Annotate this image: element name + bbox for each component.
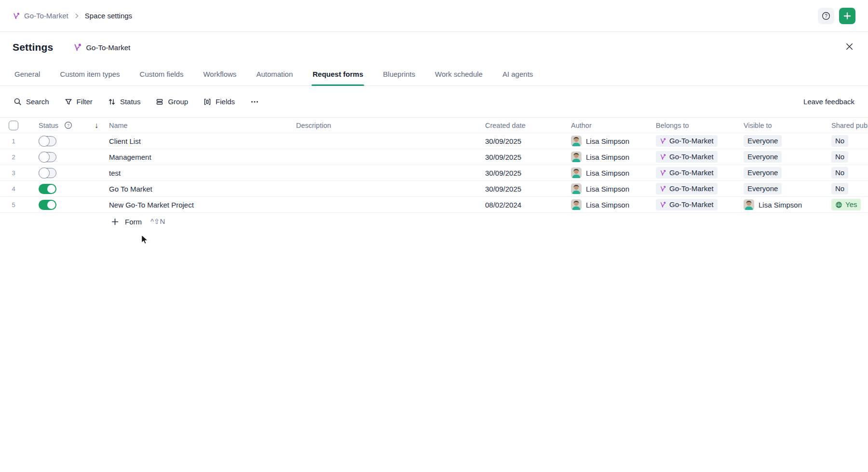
table-row[interactable]: 4 Go To Market 30/09/2025 Lisa Simpson G…: [0, 181, 868, 197]
space-chip[interactable]: Go-To-Market: [73, 43, 130, 52]
group-button[interactable]: Group: [156, 97, 188, 106]
author-name: Lisa Simpson: [586, 137, 629, 145]
status-toggle[interactable]: [39, 136, 56, 146]
search-label: Search: [26, 97, 49, 106]
table-row[interactable]: 1 Client List 30/09/2025 Lisa Simpson Go…: [0, 133, 868, 149]
select-all-checkbox[interactable]: [9, 121, 18, 130]
fields-button[interactable]: Fields: [203, 97, 235, 106]
question-circle-icon[interactable]: ?: [64, 121, 72, 129]
created-date: 08/02/2024: [485, 201, 571, 209]
more-options-button[interactable]: [250, 98, 259, 106]
row-number: 4: [0, 185, 27, 193]
status-toggle[interactable]: [39, 152, 56, 162]
settings-tabs: General Custom item types Custom fields …: [0, 63, 868, 86]
form-name[interactable]: Client List: [109, 137, 296, 145]
author-name: Lisa Simpson: [586, 153, 629, 161]
visible-to-pill: Everyone: [744, 183, 782, 194]
shared-pill: No: [831, 151, 848, 163]
tab-workflows[interactable]: Workflows: [203, 63, 236, 85]
column-header-author[interactable]: Author: [571, 122, 656, 129]
search-button[interactable]: Search: [14, 97, 49, 106]
form-name[interactable]: test: [109, 169, 296, 177]
belongs-to-cell: Go-To-Market: [656, 135, 744, 147]
form-name[interactable]: Management: [109, 153, 296, 161]
status-toggle[interactable]: [39, 168, 56, 178]
space-icon: [660, 201, 666, 208]
tab-custom-fields[interactable]: Custom fields: [140, 63, 184, 85]
keyboard-shortcut: ^⇧N: [150, 217, 165, 226]
sort-descending-icon[interactable]: ↓: [95, 121, 98, 130]
plus-icon: [111, 218, 119, 226]
close-button[interactable]: [844, 42, 854, 52]
visible-to-pill: Everyone: [744, 135, 782, 147]
author-cell: Lisa Simpson: [571, 167, 656, 178]
column-header-name[interactable]: Name: [109, 122, 296, 129]
author-name: Lisa Simpson: [586, 169, 629, 177]
ellipsis-icon: [250, 98, 259, 106]
tab-request-forms[interactable]: Request forms: [312, 63, 363, 85]
breadcrumb-space-link[interactable]: Go-To-Market: [13, 12, 68, 20]
add-form-button[interactable]: Form: [111, 218, 142, 226]
row-number: 3: [0, 169, 27, 177]
filter-button[interactable]: Filter: [65, 97, 93, 106]
sort-status-button[interactable]: Status: [108, 97, 141, 106]
column-header-description[interactable]: Description: [296, 122, 485, 129]
table-header-row: Status ? ↓ Name Description Created date…: [0, 118, 868, 133]
page-title: Settings: [13, 42, 53, 53]
tab-automation[interactable]: Automation: [256, 63, 293, 85]
space-pill: Go-To-Market: [656, 151, 718, 163]
tab-blueprints[interactable]: Blueprints: [383, 63, 415, 85]
shared-publicly-cell: Yes: [831, 199, 868, 210]
author-name: Lisa Simpson: [586, 185, 629, 193]
table-row[interactable]: 5 New Go-To Market Project 08/02/2024 Li…: [0, 197, 868, 213]
belongs-to-label: Go-To-Market: [669, 200, 714, 209]
shared-publicly-cell: No: [831, 167, 868, 179]
svg-text:?: ?: [825, 13, 827, 18]
status-cell: [27, 184, 95, 194]
column-header-shared-publicly[interactable]: Shared publicly: [831, 122, 868, 129]
visible-to-cell: Everyone: [744, 151, 831, 163]
close-icon: [844, 42, 854, 52]
status-cell: [27, 152, 95, 162]
visible-to-pill: Everyone: [744, 167, 782, 179]
tab-ai-agents[interactable]: AI agents: [502, 63, 533, 85]
fields-label: Fields: [216, 97, 235, 106]
form-name[interactable]: New Go-To Market Project: [109, 201, 296, 209]
tab-general[interactable]: General: [14, 63, 40, 85]
column-header-belongs-to[interactable]: Belongs to: [656, 122, 744, 129]
table-row[interactable]: 2 Management 30/09/2025 Lisa Simpson Go-…: [0, 149, 868, 165]
status-column-label: Status: [39, 122, 58, 129]
status-toggle[interactable]: [39, 184, 56, 194]
column-header-visible-to[interactable]: Visible to: [744, 122, 831, 129]
status-cell: [27, 200, 95, 210]
form-name[interactable]: Go To Market: [109, 185, 296, 193]
space-icon: [660, 185, 666, 192]
leave-feedback-link[interactable]: Leave feedback: [803, 97, 854, 106]
space-pill: Go-To-Market: [656, 167, 718, 179]
grid-toolbar: Search Filter Status Group Fields Leave …: [0, 86, 868, 118]
belongs-to-cell: Go-To-Market: [656, 183, 744, 194]
belongs-to-label: Go-To-Market: [669, 153, 714, 161]
table-row[interactable]: 3 test 30/09/2025 Lisa Simpson Go-To-Mar…: [0, 165, 868, 181]
add-form-row: Form ^⇧N: [111, 214, 868, 229]
help-button[interactable]: ?: [818, 8, 834, 24]
tab-custom-item-types[interactable]: Custom item types: [60, 63, 120, 85]
chevron-right-icon: [73, 13, 80, 19]
status-toggle[interactable]: [39, 200, 56, 210]
breadcrumb: Go-To-Market Space settings: [13, 12, 132, 20]
shared-publicly-cell: No: [831, 135, 868, 147]
add-button[interactable]: [839, 8, 855, 24]
request-forms-table: Status ? ↓ Name Description Created date…: [0, 118, 868, 229]
column-header-created-date[interactable]: Created date: [485, 122, 571, 129]
globe-icon: [835, 201, 842, 208]
status-cell: [27, 136, 95, 146]
column-header-status[interactable]: Status ?: [27, 121, 95, 129]
author-cell: Lisa Simpson: [571, 136, 656, 146]
tab-work-schedule[interactable]: Work schedule: [435, 63, 483, 85]
status-cell: [27, 168, 95, 178]
visible-to-cell: Lisa Simpson: [744, 199, 831, 210]
shared-publicly-cell: No: [831, 151, 868, 163]
belongs-to-cell: Go-To-Market: [656, 151, 744, 163]
sort-arrows-icon: [108, 98, 116, 106]
author-name: Lisa Simpson: [586, 201, 629, 209]
